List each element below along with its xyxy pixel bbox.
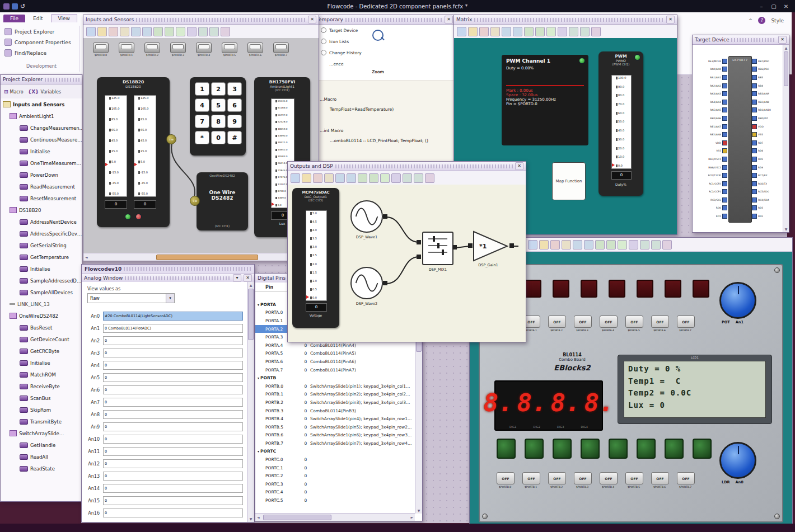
toolbar-icon[interactable] [109,27,118,36]
onewire-node-b[interactable]: 1-W [190,196,200,206]
digital-hscrollbar[interactable]: ◄ ► [255,513,415,521]
analog-value-field[interactable]: 0 [103,410,243,419]
gauge-pointer[interactable] [306,295,309,299]
digital-pin-row[interactable]: PORTC.1 0 [255,464,415,472]
green-button[interactable] [581,439,600,459]
toolbar-icon[interactable] [662,240,672,249]
green-button[interactable] [497,439,516,459]
toolbar-icon[interactable] [580,27,590,36]
target-vscrollbar[interactable]: ▲ ▼ [783,45,789,232]
onewire-component[interactable]: OneWireDS2482 One Wire DS2482 (I2C CH1) [197,172,248,230]
chip-pin[interactable]: RD4 [752,163,785,172]
tree-item[interactable]: ReceiveByte [1,380,82,392]
toolbar-icon[interactable] [513,27,522,36]
keypad-key[interactable]: 9 [227,115,242,128]
keypad-key[interactable]: 6 [227,98,242,112]
collapse-ribbon-icon[interactable]: ^ [749,18,753,23]
option-row[interactable]: Change History [314,47,455,58]
tree-item[interactable]: Initialise [1,263,82,275]
toolbar-icon[interactable] [380,173,390,183]
tree-item[interactable]: AddressSpecificDev… [1,228,82,239]
toolbar-icon[interactable] [629,240,638,249]
analog-value-field[interactable]: 0 [103,373,243,382]
keypad-key[interactable]: 2 [211,82,226,96]
tree-item[interactable]: ReadAll [1,451,82,463]
tree-item[interactable]: SampleAllDevices [1,286,82,298]
digital-pin-row[interactable]: PORTB.6 0 SwitchArraySlide1(pin6); keypa… [255,431,415,440]
analog-value-field[interactable]: 0 [103,435,243,444]
port-switch[interactable]: $PORTD.0 [91,43,110,57]
chip-pin[interactable]: VDD [694,139,727,147]
keypad-key[interactable]: 5 [211,98,226,112]
toolbar-icon[interactable] [524,27,534,36]
digital-pin-row[interactable]: PORTA.6 0 ComboBL0114(PinA6) [255,357,415,366]
toolbar-icon[interactable] [358,173,367,183]
switch-body[interactable] [273,43,289,53]
chip-pin[interactable]: RE1/AN7 [694,123,727,131]
keypad-key[interactable]: 8 [211,115,226,128]
toolbar-icon[interactable] [606,240,616,249]
port-switch[interactable]: $PORTD.3 [169,43,188,57]
digital-pin-row[interactable]: PORTC.0 0 [255,455,415,464]
gauge-pointer[interactable] [612,163,615,167]
dac-component[interactable]: MCP47x6DAC DAC_Output1 (I2C CH3) 5.04.54… [292,188,339,328]
close-icon[interactable]: ✕ [515,162,523,170]
chip-pin[interactable]: VDD [752,123,785,131]
chip-pin[interactable]: VSS [694,147,727,156]
toolbar-icon[interactable] [490,27,500,36]
digital-pin-row[interactable]: PORTB.7 0 SwitchArraySlide1(pin7); keypa… [255,439,415,448]
analog-value-field[interactable]: 0 [103,509,243,517]
scrollbar-thumb[interactable] [156,255,258,260]
port-switch[interactable]: $PORTD.4 [194,43,213,57]
off-button[interactable]: OFF [574,472,592,484]
scrollbar-thumb[interactable] [263,515,331,520]
close-button[interactable]: ✕ [780,3,792,10]
chip-pin[interactable]: RC3/SCL [694,196,727,204]
scroll-left-icon[interactable]: ◄ [257,515,260,519]
switch-body[interactable] [93,43,109,53]
green-button[interactable] [637,439,656,459]
tree-item[interactable]: Inputs and Sensors [1,98,82,110]
scroll-right-icon[interactable]: ► [410,515,413,519]
map-function-component[interactable]: Map Function [552,162,586,200]
save-icon[interactable] [12,3,18,10]
green-button[interactable] [553,439,572,459]
analog-value-field[interactable]: 0 ComboBL0114(PotADC) [103,324,243,333]
digital-pin-row[interactable]: PORTA.4 0 ComboBL0114(PinA4) [255,341,415,350]
digital-pin-row[interactable]: PORTB.5 0 SwitchArraySlide1(pin5); keypa… [255,423,415,431]
tree-item[interactable]: ContinuousMeasure… [1,134,82,145]
analog-value-field[interactable]: 0 [103,459,243,468]
zoom-label[interactable]: Zoom [366,69,390,74]
toolbar-icon[interactable] [198,27,208,36]
digital-pin-row[interactable]: PORTC [255,448,415,456]
inputs-panel-header[interactable]: Inputs and Sensors ✕ [83,15,319,25]
chip-pin[interactable]: RA6/OSC2 [694,163,727,172]
dsp-wave1-component[interactable] [350,200,383,233]
tree-item[interactable]: GetHandle [1,439,82,451]
pin-icon[interactable]: ▾ [233,274,241,282]
close-icon[interactable]: ✕ [666,16,675,23]
toolbar-icon[interactable] [120,27,129,36]
toolbar-icon[interactable] [97,27,107,36]
target-device-header[interactable]: Target Device ✕ [693,35,789,45]
tree-item[interactable]: GetCRCByte [1,345,82,357]
toolbar-icon[interactable] [291,173,300,183]
chip-pin[interactable]: RE3/MCLR [694,57,727,65]
digital-pin-row[interactable]: PORTB.1 0 SwitchArraySlide1(pin2); keypa… [255,390,415,399]
toolbar-icon[interactable] [535,27,545,36]
scrollbar-thumb[interactable] [248,289,254,340]
option-row[interactable]: Icon Lists [314,36,455,47]
chip-pin[interactable]: RA5/AN5 [694,106,727,115]
switch-body[interactable] [196,43,212,53]
scroll-left-icon[interactable]: ◄ [85,255,88,259]
toolbar-icon[interactable] [347,173,356,183]
toolbar-icon[interactable] [591,27,601,36]
zoom-magnifier-icon[interactable] [372,30,384,41]
dropdown-arrow-icon[interactable]: ▾ [166,294,174,303]
digital-pin-row[interactable]: PORTC.5 0 [255,496,415,505]
digital-pin-row[interactable]: PORTB.3 0 ComboBL0114(PinB3) [255,407,415,415]
tree-item[interactable]: LINK_LINK_13 [1,298,82,310]
toolbar-icon[interactable] [425,173,434,183]
toolbar-icon[interactable] [595,240,605,249]
chip-pin[interactable]: RD7 [752,139,785,147]
